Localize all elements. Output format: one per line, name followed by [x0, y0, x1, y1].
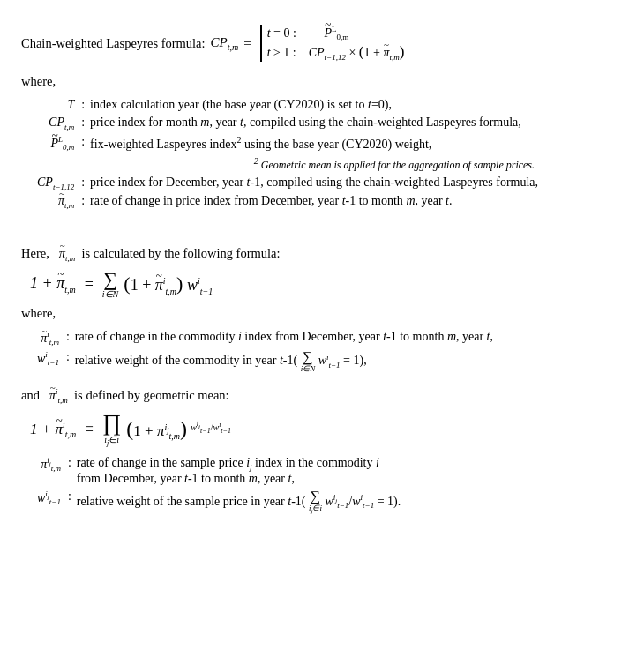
where-label-1: where, — [21, 74, 623, 89]
def-colon-pi-i: : — [66, 328, 75, 348]
big-formula-sum: ∑ i∈N — [102, 270, 118, 299]
def-symbol-pi-ij: πijt,m — [37, 454, 68, 488]
pi-tilde-tm: ~ π — [383, 46, 389, 60]
def-row-footnote: 2 Geometric mean is applied for the aggr… — [37, 154, 542, 174]
def-row-pi-ij: πijt,m : rate of change in the sample pr… — [37, 454, 404, 488]
def-text-Ptilde: fix-weighted Laspeyres index2 using the … — [90, 133, 542, 153]
def-colon-w-ij: : — [68, 488, 77, 517]
def-text-pitilde: rate of change in price index from Decem… — [90, 192, 542, 212]
def-text-w-i: relative weight of the commodity in year… — [75, 348, 497, 375]
big-formula2-prod: ∏ ij∈i — [102, 412, 121, 447]
def-row-CP: CPt,m : price index for month m, year t,… — [37, 114, 542, 133]
def-symbol-w-ij: wijt−1 — [37, 488, 68, 517]
and-section: and ~ π it,m is defined by geometric mea… — [21, 387, 623, 405]
formula-equals: = — [243, 36, 251, 51]
def-symbol-pi-i: ~ π it,m — [37, 328, 66, 348]
big-formula-eq: = — [85, 275, 94, 294]
def-colon-w-i: : — [66, 348, 75, 375]
definitions-table-1: T : index calculation year (the base yea… — [37, 96, 542, 212]
where-label-2: where, — [21, 306, 623, 321]
def-row-Ptilde: ~ P L0,m : fix-weighted Laspeyres index2… — [37, 133, 542, 153]
def-symbol-pitilde: ~ π t,m — [37, 192, 81, 212]
big-formula-2: 1 + ~ π it,m ≡ ∏ ij∈i (1 + πijt,m) wijt−… — [30, 412, 623, 447]
main-formula-block: Chain-weighted Laspeyres formula: CPt,m … — [21, 25, 623, 62]
def-colon-Ptilde: : — [81, 133, 90, 153]
formula-case2: t ≥ 1 : CPt−1,12 × (1 + ~ π t,m) — [267, 43, 405, 62]
def-text-pi-i: rate of change in the commodity i index … — [75, 328, 497, 348]
formula-case1: t = 0 : ~ P L0,m — [267, 25, 349, 41]
def-colon-T: : — [81, 96, 90, 114]
def-colon-pi-ij: : — [68, 454, 77, 488]
definitions-table-2: ~ π it,m : rate of change in the commodi… — [37, 328, 497, 375]
p-tilde-L: ~ P — [324, 26, 332, 41]
def-colon-CPt112: : — [81, 174, 90, 193]
def-row-T: T : index calculation year (the base yea… — [37, 96, 542, 114]
def-symbol-Ptilde: ~ P L0,m — [37, 133, 81, 153]
def-colon-pitilde: : — [81, 192, 90, 212]
big-formula2-lhs: 1 + ~ π it,m — [30, 420, 76, 439]
def-row-w-ij: wijt−1 : relative weight of the sample p… — [37, 488, 404, 517]
def-text-CPt112: price index for December, year t-1, comp… — [90, 174, 542, 193]
def-symbol-w-i: wit−1 — [37, 348, 66, 375]
formula-lhs: CPt,m — [211, 35, 239, 52]
def-row-w-i: wit−1 : relative weight of the commodity… — [37, 348, 497, 375]
def-text-w-ij: relative weight of the sample price in y… — [77, 488, 404, 517]
formula-label: Chain-weighted Laspeyres formula: — [21, 36, 206, 51]
def-text-CP: price index for month m, year t, compile… — [90, 114, 542, 133]
def-symbol-T: T — [37, 96, 81, 114]
def-symbol-CP: CPt,m — [37, 114, 81, 133]
def-row-pitilde: ~ π t,m : rate of change in price index … — [37, 192, 542, 212]
def-text-T: index calculation year (the base year (C… — [90, 96, 542, 114]
def-colon-CP: : — [81, 114, 90, 133]
here-section: Here, ~ π t,m is calculated by the follo… — [21, 246, 623, 263]
big-formula-rhs: (1 + ~ π it,m) wit−1 — [124, 273, 213, 296]
def-text-pi-ij: rate of change in the sample price ij in… — [77, 454, 404, 488]
big-formula-lhs: 1 + ~ π t,m — [30, 274, 76, 295]
big-formula-1: 1 + ~ π t,m = ∑ i∈N (1 + ~ π it,m) wit−1 — [30, 270, 623, 299]
def-footnote: 2 Geometric mean is applied for the aggr… — [37, 154, 542, 174]
def-row-pi-i: ~ π it,m : rate of change in the commodi… — [37, 328, 497, 348]
definitions-table-3: πijt,m : rate of change in the sample pr… — [37, 454, 404, 517]
formula-brace-system: t = 0 : ~ P L0,m t ≥ 1 : CPt−1,12 × (1 +… — [260, 25, 405, 62]
def-row-CPt112: CPt−1,12 : price index for December, yea… — [37, 174, 542, 193]
big-formula2-equiv: ≡ — [85, 421, 94, 438]
big-formula2-rhs: (1 + πijt,m) wijt−1/wit−1 — [126, 417, 231, 441]
